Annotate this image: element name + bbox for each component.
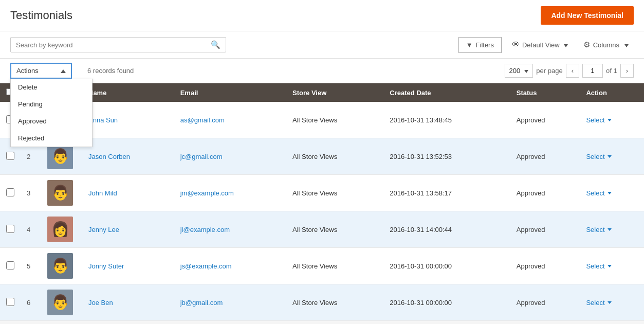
row-status: Approved <box>510 138 580 175</box>
name-link[interactable]: Jonny Suter <box>88 262 124 270</box>
row-store-view: All Store Views <box>286 175 383 211</box>
th-created-date: Created Date <box>383 83 510 102</box>
email-link[interactable]: jb@gmail.com <box>180 299 223 307</box>
row-created-date: 2016-10-31 00:00:00 <box>383 284 510 321</box>
row-status: Approved <box>510 211 580 248</box>
row-num: 6 <box>21 284 41 321</box>
row-store-view: All Store Views <box>286 248 383 284</box>
row-name: Jenny Lee <box>82 211 174 248</box>
page-number-input[interactable] <box>582 64 603 78</box>
select-caret-icon <box>608 119 612 121</box>
add-new-testimonial-button[interactable]: Add New Testimonial <box>541 6 634 25</box>
name-link[interactable]: John Mild <box>88 189 117 197</box>
row-avatar: 👨 <box>41 284 82 321</box>
row-action: Select <box>580 248 644 284</box>
dropdown-item-delete[interactable]: Delete <box>11 79 92 96</box>
select-action-link[interactable]: Select <box>586 116 638 124</box>
table-header-row: Name Email Store View Created Date Statu… <box>0 83 644 102</box>
default-view-selector[interactable]: 👁 Default View <box>507 37 573 53</box>
select-caret-icon <box>608 301 612 304</box>
avatar: 👨 <box>47 180 73 206</box>
per-page-value: 200 <box>509 67 521 75</box>
email-link[interactable]: jc@gmail.com <box>180 153 223 160</box>
row-action: Select <box>580 138 644 175</box>
select-action-link[interactable]: Select <box>586 262 638 270</box>
avatar: 👨 <box>47 143 73 169</box>
row-name: John Mild <box>82 175 174 211</box>
actions-wrap: Actions Delete Pending Approved Rejected <box>10 63 72 79</box>
row-action: Select <box>580 102 644 138</box>
per-page-select[interactable]: 200 <box>505 64 533 78</box>
row-checkbox[interactable] <box>6 225 14 233</box>
eye-icon: 👁 <box>512 40 520 49</box>
search-icon[interactable]: 🔍 <box>211 40 220 49</box>
row-store-view: All Store Views <box>286 284 383 321</box>
gear-icon: ⚙ <box>583 40 590 49</box>
name-link[interactable]: Jason Corben <box>88 153 130 160</box>
row-email: jl@example.com <box>174 211 286 248</box>
row-avatar: 👩 <box>41 211 82 248</box>
select-action-link[interactable]: Select <box>586 153 638 160</box>
row-num: 3 <box>21 175 41 211</box>
filters-label: Filters <box>476 41 494 49</box>
row-checkbox[interactable] <box>6 261 14 269</box>
row-checkbox[interactable] <box>6 188 14 196</box>
view-label: Default View <box>522 41 560 49</box>
th-action: Action <box>580 83 644 102</box>
actions-toolbar: Actions Delete Pending Approved Rejected… <box>0 59 644 83</box>
name-link[interactable]: Jenny Lee <box>88 226 119 233</box>
per-page-label: per page <box>536 67 562 75</box>
testimonials-table-container: Name Email Store View Created Date Statu… <box>0 83 644 321</box>
dropdown-item-pending[interactable]: Pending <box>11 96 92 113</box>
columns-label: Columns <box>593 41 619 49</box>
select-action-link[interactable]: Select <box>586 226 638 233</box>
chevron-down-icon <box>562 41 568 49</box>
filters-button[interactable]: ▼ Filters <box>458 37 502 53</box>
table-row: 5 👨 Jonny Suter js@example.com All Store… <box>0 248 644 284</box>
row-status: Approved <box>510 102 580 138</box>
th-status: Status <box>510 83 580 102</box>
row-checkbox[interactable] <box>6 152 14 160</box>
row-status: Approved <box>510 175 580 211</box>
table-row: 4 👩 Jenny Lee jl@example.com All Store V… <box>0 211 644 248</box>
th-email: Email <box>174 83 286 102</box>
row-created-date: 2016-10-31 14:00:44 <box>383 211 510 248</box>
testimonials-table: Name Email Store View Created Date Statu… <box>0 83 644 321</box>
row-email: js@example.com <box>174 248 286 284</box>
row-avatar: 👨 <box>41 175 82 211</box>
row-created-date: 2016-10-31 13:52:53 <box>383 138 510 175</box>
prev-page-button[interactable]: ‹ <box>566 64 579 78</box>
row-name: Anna Sun <box>82 102 174 138</box>
filter-icon: ▼ <box>466 41 473 49</box>
actions-button[interactable]: Actions <box>10 63 72 79</box>
name-link[interactable]: Anna Sun <box>88 116 118 124</box>
email-link[interactable]: jm@example.com <box>180 189 234 197</box>
page-title: Testimonials <box>10 9 72 22</box>
row-email: jm@example.com <box>174 175 286 211</box>
select-caret-icon <box>608 155 612 158</box>
table-row: 2 👨 Jason Corben jc@gmail.com All Store … <box>0 138 644 175</box>
row-status: Approved <box>510 284 580 321</box>
row-name: Jonny Suter <box>82 248 174 284</box>
email-link[interactable]: as@gmail.com <box>180 116 225 124</box>
table-row: 1 👩 Anna Sun as@gmail.com All Store View… <box>0 102 644 138</box>
columns-button[interactable]: ⚙ Columns <box>578 37 634 53</box>
row-num: 5 <box>21 248 41 284</box>
email-link[interactable]: jl@example.com <box>180 226 230 233</box>
dropdown-item-approved[interactable]: Approved <box>11 113 92 130</box>
row-action: Select <box>580 211 644 248</box>
search-input[interactable] <box>16 41 211 49</box>
row-checkbox[interactable] <box>6 298 14 306</box>
select-action-link[interactable]: Select <box>586 189 638 197</box>
email-link[interactable]: js@example.com <box>180 262 232 270</box>
dropdown-item-rejected[interactable]: Rejected <box>11 130 92 147</box>
of-label: of 1 <box>606 67 617 75</box>
row-email: jb@gmail.com <box>174 284 286 321</box>
next-page-button[interactable]: › <box>620 64 634 78</box>
search-toolbar: 🔍 ▼ Filters 👁 Default View ⚙ Columns <box>0 31 644 59</box>
select-action-link[interactable]: Select <box>586 299 638 307</box>
name-link[interactable]: Joe Ben <box>88 299 113 307</box>
row-action: Select <box>580 284 644 321</box>
avatar: 👨 <box>47 290 73 315</box>
search-box: 🔍 <box>10 37 226 52</box>
